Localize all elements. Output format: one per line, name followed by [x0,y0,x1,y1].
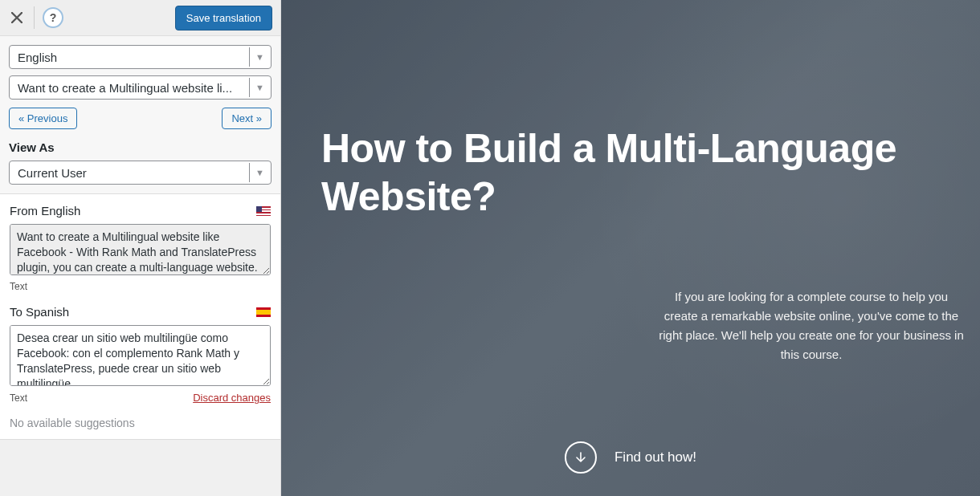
sidebar-topbar: ? Save translation [0,0,280,36]
next-button[interactable]: Next » [222,108,272,129]
help-button[interactable]: ? [43,7,63,28]
discard-changes-link[interactable]: Discard changes [193,392,271,404]
close-icon [11,12,22,23]
cta-link[interactable]: Find out how! [565,441,696,474]
target-text[interactable] [10,325,271,386]
save-translation-button[interactable]: Save translation [175,6,272,30]
string-select-value: Want to create a Multilingual website li… [18,81,232,95]
nav-row: « Previous Next » [9,108,272,129]
topbar-divider [34,6,35,29]
sidebar-footer-gap [0,439,280,496]
chevron-down-icon: ▼ [249,168,264,177]
string-select[interactable]: Want to create a Multilingual website li… [9,75,272,100]
view-as-select[interactable]: Current User ▼ [9,161,272,185]
cta-text: Find out how! [615,449,696,466]
from-lang-header: From English [10,204,271,218]
sidebar-controls: English ▼ Want to create a Multilingual … [0,36,280,194]
page-preview: How to Build a Multi-Language Website? I… [281,0,980,496]
chevron-down-icon: ▼ [249,52,264,62]
us-flag-icon [256,206,271,216]
previous-button[interactable]: « Previous [9,108,77,129]
view-as-value: Current User [18,166,87,180]
translation-sidebar: ? Save translation English ▼ Want to cre… [0,0,281,496]
es-flag-icon [256,307,271,317]
view-as-label: View As [9,140,272,154]
question-icon: ? [50,11,57,24]
chevron-down-icon: ▼ [249,83,264,92]
language-select-value: English [18,51,57,64]
arrow-down-circle-icon [565,441,597,474]
hero-description: If you are looking for a complete course… [659,287,964,364]
from-type-label: Text [10,281,27,292]
source-text [10,224,271,275]
to-type-label: Text [10,392,27,404]
from-lang-title: From English [10,204,80,218]
to-lang-header: To Spanish [10,305,271,319]
translation-block: From English Text To Spanish Text Discar… [0,194,280,439]
to-lang-title: To Spanish [10,305,69,319]
hero-title: How to Build a Multi-Language Website? [321,124,900,221]
close-button[interactable] [8,9,26,26]
arrow-down-icon [574,451,587,464]
preview-content: How to Build a Multi-Language Website? I… [281,0,980,496]
no-suggestions-text: No available suggestions [10,417,271,429]
language-select[interactable]: English ▼ [9,45,272,69]
